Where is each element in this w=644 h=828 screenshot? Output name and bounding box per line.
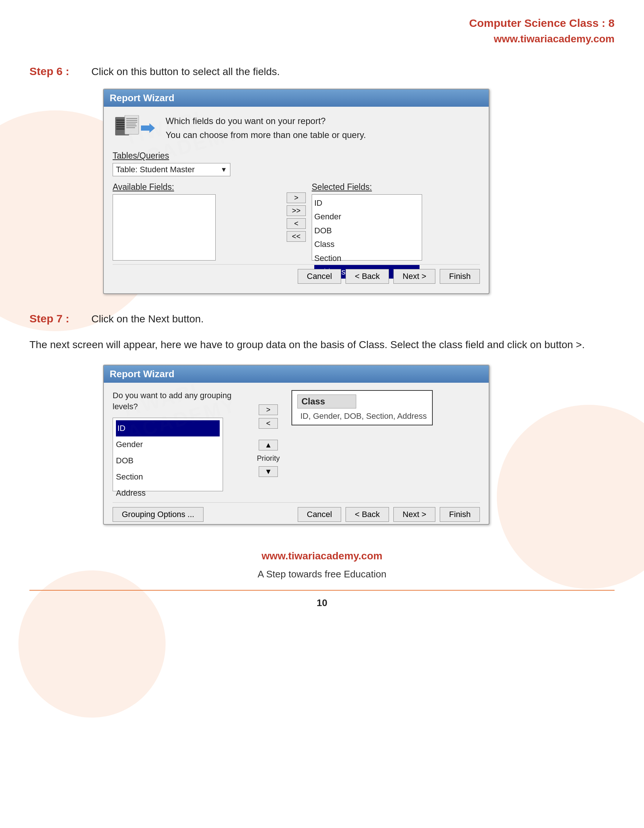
step6-row: Step 6 : Click on this button to select … <box>30 65 614 78</box>
class-box-title: Class <box>297 395 356 408</box>
header-url: www.tiwariacademy.com <box>30 31 614 47</box>
available-fields-box[interactable] <box>113 194 216 260</box>
dialog1-title: Report Wizard <box>110 93 174 104</box>
class-grouping-box: Class ID, Gender, DOB, Section, Address <box>291 390 433 425</box>
dialog1: TIWARIACADEMY Report Wizard <box>103 89 489 294</box>
priority-label: Priority <box>257 454 280 463</box>
svg-rect-8 <box>126 120 137 121</box>
step7-row: Step 7 : Click on the Next button. <box>30 312 614 325</box>
move-all-left-button[interactable]: << <box>287 231 306 242</box>
header-title: Computer Science Class : 8 <box>30 15 614 31</box>
dialog2-back-button[interactable]: < Back <box>346 507 389 522</box>
dialog2-titlebar: Report Wizard <box>104 365 489 383</box>
footer-tagline: A Step towards free Education <box>30 566 614 583</box>
selected-field-class: Class <box>314 237 420 251</box>
step7-label: Step 7 : <box>30 312 69 325</box>
selected-field-gender: Gender <box>314 210 420 223</box>
dialog2: TIWARIACADEMY Report Wizard Do you want … <box>103 365 489 525</box>
step6-description: Click on this button to select all the f… <box>91 66 280 78</box>
move-buttons-group: > >> < << <box>281 193 312 242</box>
table-dropdown[interactable]: Table: Student Master ▼ <box>113 163 230 176</box>
svg-rect-11 <box>126 125 136 126</box>
svg-marker-13 <box>141 123 155 133</box>
paragraph-text: The next screen will appear, here we hav… <box>30 336 614 354</box>
dialog1-back-button[interactable]: < Back <box>346 269 389 284</box>
group-field-gender: Gender <box>116 436 220 453</box>
dialog2-next-button[interactable]: Next > <box>393 507 436 522</box>
dialog1-titlebar: Report Wizard <box>104 89 489 107</box>
tables-queries-label: Tables/Queries <box>113 151 480 161</box>
page-number: 10 <box>30 594 614 612</box>
tables-select-row: Table: Student Master ▼ <box>113 163 480 176</box>
selected-fields-section: Selected Fields: ID Gender DOB Class Sec… <box>312 182 480 260</box>
dialog2-move-left-button[interactable]: < <box>259 418 278 429</box>
dialog2-priority-up-button[interactable]: ▲ <box>259 440 278 450</box>
svg-rect-7 <box>126 118 137 119</box>
footer-divider <box>30 590 614 591</box>
move-all-right-button[interactable]: >> <box>287 205 306 216</box>
step7-description: Click on the Next button. <box>91 313 204 325</box>
move-one-right-button[interactable]: > <box>287 193 306 203</box>
grouping-list-box[interactable]: ID Gender DOB Section Address <box>113 418 223 491</box>
group-field-dob: DOB <box>116 453 220 469</box>
dialog2-buttons: Grouping Options ... Cancel < Back Next … <box>113 502 480 524</box>
dialog2-body: Do you want to add any grouping levels? … <box>104 383 489 499</box>
dropdown-arrow-icon: ▼ <box>221 166 227 174</box>
svg-rect-6 <box>125 115 139 134</box>
svg-rect-12 <box>126 127 135 128</box>
selected-fields-label: Selected Fields: <box>312 182 480 192</box>
dialog2-title: Report Wizard <box>110 369 174 380</box>
class-box-fields: ID, Gender, DOB, Section, Address <box>297 411 427 421</box>
dialog2-cancel-button[interactable]: Cancel <box>298 507 341 522</box>
available-fields-section: Available Fields: <box>113 182 281 260</box>
selected-field-dob: DOB <box>314 224 420 237</box>
selected-field-id: ID <box>314 196 420 210</box>
group-field-id[interactable]: ID <box>116 420 220 436</box>
dialog1-finish-button[interactable]: Finish <box>440 269 480 284</box>
dialog1-next-button[interactable]: Next > <box>393 269 436 284</box>
selected-fields-box[interactable]: ID Gender DOB Class Section Address <box>312 194 422 260</box>
report-wizard-icon <box>113 114 157 144</box>
svg-rect-10 <box>126 124 136 124</box>
group-field-section: Section <box>116 469 220 485</box>
available-fields-label: Available Fields: <box>113 182 281 192</box>
dialog1-cancel-button[interactable]: Cancel <box>298 269 341 284</box>
svg-rect-9 <box>126 122 137 122</box>
page-header: Computer Science Class : 8 www.tiwariaca… <box>30 15 614 47</box>
dialog2-grouping-options-button[interactable]: Grouping Options ... <box>113 507 204 522</box>
dialog2-left-panel: Do you want to add any grouping levels? … <box>113 390 245 492</box>
dialog2-right-panel: Class ID, Gender, DOB, Section, Address <box>291 390 433 492</box>
dialog2-priority-down-button[interactable]: ▼ <box>259 466 278 477</box>
footer-url: www.tiwariacademy.com <box>30 547 614 565</box>
page-footer: www.tiwariacademy.com A Step towards fre… <box>30 547 614 612</box>
dialog1-buttons: Cancel < Back Next > Finish <box>113 264 480 286</box>
dialog2-move-right-button[interactable]: > <box>259 405 278 415</box>
move-one-left-button[interactable]: < <box>287 218 306 229</box>
group-field-address: Address <box>116 485 220 501</box>
grouping-question: Do you want to add any grouping levels? <box>113 390 245 413</box>
dialog2-move-buttons: > < ▲ Priority ▼ <box>252 390 284 492</box>
step6-label: Step 6 : <box>30 65 69 78</box>
dialog2-finish-button[interactable]: Finish <box>440 507 480 522</box>
dialog1-question: Which fields do you want on your report?… <box>166 114 366 143</box>
selected-field-section: Section <box>314 251 420 265</box>
